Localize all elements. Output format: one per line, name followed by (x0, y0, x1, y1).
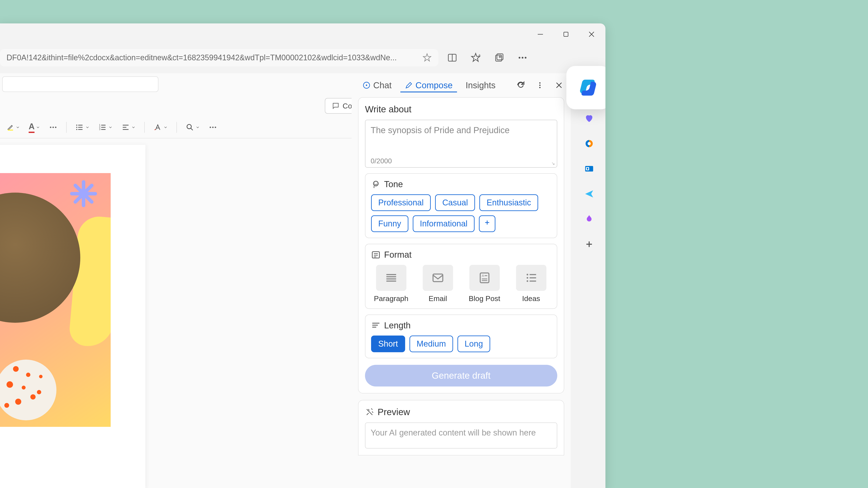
highlight-dropdown[interactable] (4, 121, 22, 134)
window-controls (535, 24, 606, 45)
svg-point-20 (55, 127, 57, 128)
tone-professional[interactable]: Professional (371, 194, 431, 211)
document-canvas[interactable] (0, 145, 145, 488)
preview-icon (365, 408, 374, 417)
address-bar: DF0A!142&ithint=file%2cdocx&action=editn… (0, 47, 540, 69)
preview-section: Preview Your AI generated content will b… (358, 400, 564, 455)
numbering-dropdown[interactable]: 123 (96, 121, 115, 134)
format-email[interactable]: Email (418, 265, 458, 303)
svg-text:+: + (478, 53, 481, 58)
ideas-icon (516, 265, 547, 291)
compose-card: Write about The synopsis of Pride and Pr… (358, 97, 564, 393)
more-ribbon-options[interactable] (206, 121, 219, 134)
refresh-button[interactable] (516, 80, 526, 91)
compose-tab[interactable]: Compose (400, 78, 457, 92)
more-icon[interactable] (517, 53, 528, 63)
favorites-icon[interactable]: + (470, 53, 481, 63)
sidebar-send-icon[interactable] (583, 188, 595, 200)
styles-dropdown[interactable] (151, 121, 170, 134)
length-long[interactable]: Long (458, 335, 490, 352)
sidebar-designer-icon[interactable] (583, 213, 595, 225)
tone-icon (371, 180, 381, 189)
options-button[interactable] (535, 80, 545, 91)
split-screen-icon[interactable] (447, 53, 458, 63)
tone-add-button[interactable] (479, 215, 495, 232)
tone-enthusiastic[interactable]: Enthusiastic (479, 194, 538, 211)
generate-draft-button[interactable]: Generate draft (365, 365, 557, 387)
svg-point-65 (526, 274, 528, 275)
url-text: DF0A!142&ithint=file%2cdocx&action=editn… (6, 53, 418, 62)
paragraph-icon (376, 265, 406, 291)
svg-point-67 (526, 277, 528, 279)
copilot-tabs: Chat Compose Insights (351, 73, 571, 97)
minimize-button[interactable] (535, 29, 546, 39)
length-short[interactable]: Short (371, 335, 405, 352)
maximize-button[interactable] (561, 29, 571, 39)
char-counter: 0/2000 (365, 155, 557, 167)
svg-point-11 (519, 57, 520, 59)
close-panel-button[interactable] (554, 80, 564, 91)
email-icon (423, 265, 453, 291)
format-section: Format Paragraph (365, 244, 557, 309)
close-button[interactable] (586, 29, 597, 39)
format-paragraph[interactable]: Paragraph (371, 265, 411, 303)
browser-window: DF0A!142&ithint=file%2cdocx&action=editn… (0, 24, 606, 488)
svg-rect-17 (8, 130, 13, 131)
sidebar-m365-icon[interactable] (583, 137, 595, 150)
tone-informational[interactable]: Informational (413, 215, 475, 232)
svg-point-44 (539, 85, 540, 86)
bullets-dropdown[interactable] (73, 121, 92, 134)
svg-point-75 (588, 142, 591, 145)
copilot-sidebar: Chat Compose Insights (351, 73, 571, 488)
document-image (0, 173, 111, 427)
svg-point-25 (76, 129, 78, 130)
svg-point-45 (539, 87, 540, 88)
svg-point-36 (187, 125, 191, 129)
copilot-launcher[interactable] (566, 66, 606, 109)
align-dropdown[interactable] (119, 121, 138, 134)
sidebar-favorite-icon[interactable] (583, 112, 595, 125)
collections-icon[interactable] (494, 53, 504, 63)
font-color-dropdown[interactable]: A (27, 121, 42, 134)
svg-point-19 (53, 127, 54, 128)
length-icon (371, 321, 381, 330)
format-blogpost[interactable]: A Blog Post (464, 265, 504, 303)
sidebar-add-icon[interactable] (583, 238, 595, 250)
svg-rect-1 (564, 32, 568, 36)
svg-point-39 (212, 127, 214, 128)
svg-rect-59 (433, 274, 443, 282)
tone-section: Tone Professional Casual Enthusiastic Fu… (365, 173, 557, 238)
svg-point-21 (76, 125, 78, 126)
length-medium[interactable]: Medium (409, 335, 453, 352)
svg-rect-60 (480, 273, 489, 283)
edge-sidebar (573, 73, 606, 488)
insights-tab[interactable]: Insights (461, 78, 500, 92)
svg-point-18 (50, 127, 52, 128)
write-about-label: Write about (365, 104, 557, 115)
sidebar-outlook-icon[interactable] (583, 163, 595, 175)
find-dropdown[interactable] (183, 121, 202, 134)
tone-funny[interactable]: Funny (371, 215, 408, 232)
url-field[interactable]: DF0A!142&ithint=file%2cdocx&action=editn… (0, 49, 438, 66)
favorite-icon[interactable] (422, 53, 432, 62)
format-ideas[interactable]: Ideas (511, 265, 551, 303)
write-about-textarea[interactable]: The synopsis of Pride and Prejudice (365, 120, 557, 155)
tone-casual[interactable]: Casual (435, 194, 475, 211)
svg-point-13 (525, 57, 526, 59)
more-font-options[interactable] (46, 121, 60, 134)
svg-point-42 (366, 85, 367, 86)
svg-point-38 (210, 127, 211, 128)
doc-search-field[interactable] (2, 76, 158, 92)
svg-point-43 (539, 83, 540, 84)
svg-line-37 (191, 128, 193, 130)
svg-point-78 (587, 168, 588, 170)
svg-point-23 (76, 127, 78, 128)
preview-output: Your AI generated content will be shown … (365, 423, 557, 449)
svg-text:3: 3 (99, 128, 100, 131)
chat-tab[interactable]: Chat (358, 78, 396, 92)
svg-point-12 (522, 57, 523, 59)
svg-point-40 (215, 127, 216, 128)
svg-point-48 (373, 181, 378, 186)
blogpost-icon: A (469, 265, 500, 291)
length-section: Length Short Medium Long (365, 315, 557, 358)
